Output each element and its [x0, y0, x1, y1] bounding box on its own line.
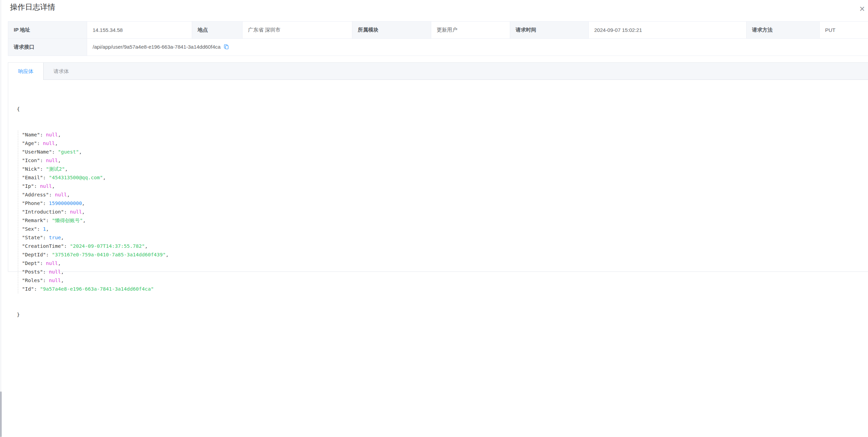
page-left-border	[1, 0, 1, 437]
json-value: "375167e0-759a-0410-7a85-3a14dd60f439"	[52, 252, 166, 257]
json-line: "State": true,	[22, 233, 868, 242]
request-method-label: 请求方法	[747, 22, 820, 39]
json-lines: "Name": null,"Age": null,"UserName": "gu…	[18, 131, 868, 293]
json-value: null	[49, 278, 61, 283]
json-value: null	[46, 260, 58, 266]
json-value: 15900000000	[49, 201, 82, 206]
json-line: "Dept": null,	[22, 259, 868, 268]
json-value: null	[70, 209, 82, 215]
json-open-brace: {	[17, 105, 868, 113]
request-api-label: 请求接口	[8, 39, 87, 56]
json-line: "Nick": "测试2",	[22, 165, 868, 173]
json-value: "454313500@qq.com"	[49, 175, 103, 180]
json-line: "Phone": 15900000000,	[22, 199, 868, 208]
json-value: "guest"	[58, 149, 79, 155]
json-line: "DeptId": "375167e0-759a-0410-7a85-3a14d…	[22, 251, 868, 259]
json-line: "Ip": null,	[22, 182, 868, 191]
module-value: 更新用户	[431, 22, 510, 39]
json-line: "Icon": null,	[22, 156, 868, 165]
tab-bar: 响应体 请求体	[8, 63, 868, 80]
json-line: "Posts": null,	[22, 268, 868, 276]
json-line: "Email": "454313500@qq.com",	[22, 173, 868, 182]
request-api-path: /api/app/user/9a57a4e8-e196-663a-7841-3a…	[93, 44, 221, 50]
table-row: 请求接口 /api/app/user/9a57a4e8-e196-663a-78…	[8, 39, 868, 56]
json-line: "Roles": null,	[22, 276, 868, 285]
json-value: "9a57a4e8-e196-663a-7841-3a14dd60f4ca"	[40, 286, 154, 292]
request-time-label: 请求时间	[510, 22, 589, 39]
json-line: "Id": "9a57a4e8-e196-663a-7841-3a14dd60f…	[22, 285, 868, 293]
json-line: "Introduction": null,	[22, 208, 868, 216]
json-value: null	[55, 192, 67, 197]
ip-value: 14.155.34.58	[87, 22, 192, 39]
module-label: 所属模块	[352, 22, 431, 39]
json-line: "Sex": 1,	[22, 225, 868, 233]
body-tabs-card: 响应体 请求体 { "Name": null,"Age": null,"User…	[8, 62, 868, 272]
json-value: 1	[43, 226, 46, 232]
json-value: null	[49, 269, 61, 275]
table-row: IP 地址 14.155.34.58 地点 广东省 深圳市 所属模块 更新用户 …	[8, 22, 868, 39]
json-line: "Address": null,	[22, 191, 868, 199]
request-method-value: PUT	[820, 22, 868, 39]
json-line: "UserName": "guest",	[22, 148, 868, 156]
json-value: true	[49, 235, 61, 240]
json-line: "Age": null,	[22, 139, 868, 148]
json-line: "Remark": "懒得创账号",	[22, 216, 868, 225]
json-value: "懒得创账号"	[52, 218, 83, 223]
json-close-brace: }	[17, 311, 868, 319]
copy-icon[interactable]	[223, 44, 229, 51]
request-time-value: 2024-09-07 15:02:21	[589, 22, 747, 39]
request-api-value: /api/app/user/9a57a4e8-e196-663a-7841-3a…	[87, 39, 868, 56]
json-value: null	[40, 183, 52, 189]
json-value: "测试2"	[46, 166, 65, 172]
log-details-table: IP 地址 14.155.34.58 地点 广东省 深圳市 所属模块 更新用户 …	[8, 21, 868, 56]
location-label: 地点	[192, 22, 243, 39]
location-value: 广东省 深圳市	[243, 22, 352, 39]
page-title: 操作日志详情	[10, 2, 55, 12]
tab-request-body[interactable]: 请求体	[44, 63, 79, 80]
json-value: null	[46, 132, 58, 137]
close-icon[interactable]: ×	[857, 3, 868, 14]
json-value: "2024-09-07T14:37:55.782"	[70, 243, 145, 249]
json-line: "CreationTime": "2024-09-07T14:37:55.782…	[22, 242, 868, 251]
json-line: "Name": null,	[22, 131, 868, 139]
tab-response-body[interactable]: 响应体	[8, 63, 44, 80]
json-value: null	[43, 141, 55, 146]
scrollbar-thumb[interactable]	[0, 391, 2, 437]
json-value: null	[46, 158, 58, 163]
ip-label: IP 地址	[8, 22, 87, 39]
response-body-json-viewer: { "Name": null,"Age": null,"UserName": "…	[8, 80, 868, 336]
